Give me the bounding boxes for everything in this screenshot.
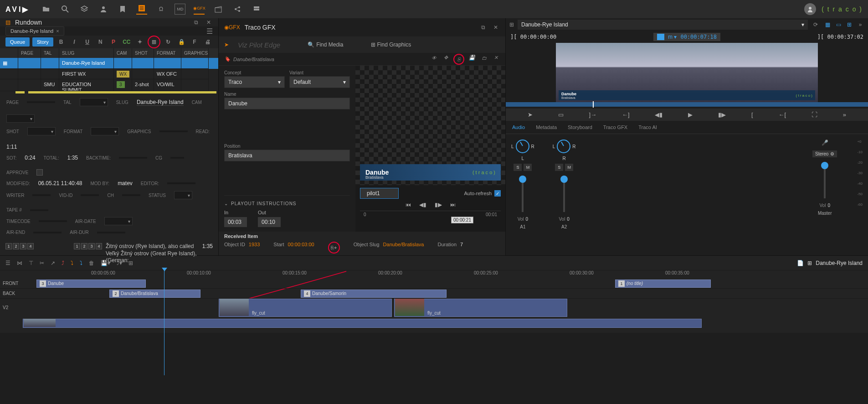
video-clip[interactable]: [23, 319, 702, 328]
volume-slider[interactable]: [522, 176, 524, 212]
script-num-3b[interactable]: 3: [88, 243, 95, 249]
forward-icon[interactable]: ▮▶: [718, 111, 726, 118]
tab-tracogfx[interactable]: Traco GFX: [603, 124, 627, 130]
save-dropdown[interactable]: 💾▾: [101, 260, 110, 266]
pilot-name[interactable]: pilot1: [360, 188, 399, 199]
video-clip[interactable]: fly_cut: [219, 299, 392, 317]
variant-select[interactable]: Default▾: [289, 76, 350, 88]
grid-row[interactable]: ▦ Danube-Rye Island: [0, 58, 218, 69]
server-icon[interactable]: [251, 4, 262, 15]
grid-row[interactable]: SMU EDUCATION SUMMIT 3 2-shot VO/WIL: [0, 79, 218, 91]
overwrite-icon[interactable]: ⤵: [71, 260, 73, 266]
skip-start-icon[interactable]: ⏮: [406, 202, 411, 208]
popout-icon[interactable]: ⧉: [192, 18, 200, 26]
print-icon[interactable]: 🖨: [202, 36, 213, 47]
rundown-tab[interactable]: Danube-Rye Island ×: [5, 26, 64, 36]
grid-button[interactable]: ⊞: [149, 36, 159, 47]
story-button[interactable]: Story: [32, 37, 53, 47]
wand-icon[interactable]: ✦: [134, 36, 145, 47]
video-clip[interactable]: fly_cut: [394, 299, 567, 317]
search-icon[interactable]: [60, 4, 71, 15]
video-preview[interactable]: Danube Bratislava ( t r a c o ): [556, 43, 818, 102]
concept-select[interactable]: Traco▾: [224, 76, 285, 88]
step-fwd-icon[interactable]: ▮▶: [435, 202, 442, 208]
track-v1[interactable]: [0, 319, 868, 330]
list-icon[interactable]: ☰: [5, 260, 10, 266]
tab-close-icon[interactable]: ×: [56, 28, 59, 34]
add-new-icon[interactable]: ⎘: [455, 55, 463, 63]
bookmark-icon[interactable]: [117, 4, 128, 15]
master-slider[interactable]: [824, 162, 826, 198]
lock-icon[interactable]: 🔒: [176, 36, 187, 47]
mute-button[interactable]: M: [524, 164, 532, 171]
move-icon[interactable]: ✥: [442, 54, 450, 62]
play-icon[interactable]: ▶: [688, 111, 693, 118]
add-to-timeline-button[interactable]: ⎘+: [328, 242, 340, 254]
locate-icon[interactable]: ➤: [528, 111, 533, 118]
gfx-icon[interactable]: ◉GFX: [194, 4, 205, 15]
stereo-badge[interactable]: Stereo ⚙: [812, 150, 837, 157]
grid-icon[interactable]: ⊞: [128, 260, 133, 266]
track-back[interactable]: BACK 2 Danube/Bratislava 4 Danube/Samori…: [0, 289, 868, 299]
lift-icon[interactable]: ↗: [51, 260, 55, 266]
share-icon[interactable]: [232, 4, 243, 15]
underline-button[interactable]: U: [82, 36, 92, 47]
more-icon[interactable]: »: [843, 111, 846, 118]
track-front[interactable]: FRONT 3 Danube 1 (no title): [0, 279, 868, 289]
folder-icon[interactable]: 🗀: [480, 54, 488, 62]
track-v2[interactable]: V2 fly_cut fly_cut: [0, 299, 868, 319]
out-value[interactable]: 00:10: [258, 217, 281, 227]
find-media-button[interactable]: 🔍 Find Media: [308, 41, 343, 48]
timeline-ruler[interactable]: 00:00:05:00 00:00:10:00 00:00:15:00 00:0…: [0, 270, 868, 279]
extract-icon[interactable]: ⤴: [62, 260, 64, 266]
script-num-1b[interactable]: 1: [74, 243, 80, 249]
user-icon[interactable]: [98, 4, 109, 15]
export-dropdown[interactable]: ⤴▾: [117, 260, 122, 266]
pan-knob[interactable]: [557, 140, 570, 153]
bold-button[interactable]: B: [56, 36, 67, 47]
pan-knob[interactable]: [516, 140, 529, 153]
hide-icon[interactable]: 👁: [430, 54, 438, 62]
tab-storyboard[interactable]: Storyboard: [568, 124, 592, 130]
more-icon[interactable]: »: [856, 21, 864, 29]
timeline-clip[interactable]: 1 (no title): [615, 280, 711, 288]
close-x-icon[interactable]: ✕: [492, 54, 500, 62]
omega-icon[interactable]: Ω: [155, 4, 166, 15]
clapper-icon[interactable]: [213, 4, 224, 15]
frame-icon[interactable]: ▭: [558, 111, 564, 118]
meta-slug-value[interactable]: Danube-Rye Island: [137, 99, 184, 106]
approve-checkbox[interactable]: [36, 169, 43, 176]
solo-button[interactable]: S: [514, 164, 522, 171]
position-input[interactable]: Bratislava: [224, 150, 350, 161]
rewind-icon[interactable]: ◀▮: [655, 111, 663, 118]
tab-tracoai[interactable]: Traco AI: [638, 124, 657, 130]
tc-mode[interactable]: m ▾: [668, 34, 677, 40]
layout-1-icon[interactable]: ▦: [823, 21, 832, 29]
close-icon[interactable]: ✕: [205, 18, 213, 26]
in-value[interactable]: 00:03: [224, 217, 247, 227]
name-input[interactable]: Danube: [224, 98, 350, 109]
volume-slider[interactable]: [563, 176, 565, 212]
script-num-2b[interactable]: 2: [81, 243, 87, 249]
cc-button[interactable]: CC: [121, 36, 132, 47]
grid-row[interactable]: FIRST WX WX WX OFC: [0, 69, 218, 79]
playhead[interactable]: [164, 270, 164, 375]
preview-ruler[interactable]: 0 00:01 00:00:21: [360, 211, 501, 229]
bracket-in-icon[interactable]: [: [751, 111, 753, 118]
hamburger-icon[interactable]: ☰: [206, 27, 213, 36]
bracket-close-icon[interactable]: ←[: [778, 111, 786, 118]
rundown-icon[interactable]: [136, 4, 147, 15]
scrub-bar[interactable]: [506, 102, 868, 107]
auto-refresh-checkbox[interactable]: ✓: [494, 190, 501, 197]
script-num-4[interactable]: 4: [27, 243, 34, 249]
chevron-down-icon[interactable]: ⌄: [224, 201, 228, 206]
p-button[interactable]: P: [108, 36, 119, 47]
f-button[interactable]: F: [189, 36, 200, 47]
popout-icon[interactable]: ⧉: [479, 23, 487, 31]
scrub-head[interactable]: [593, 101, 594, 108]
md-icon[interactable]: MD: [175, 4, 185, 15]
queue-button[interactable]: Queue: [5, 37, 30, 47]
save-icon[interactable]: 💾: [468, 54, 476, 62]
trash-icon[interactable]: 🗑: [89, 260, 94, 266]
tab-metadata[interactable]: Metadata: [536, 124, 557, 130]
